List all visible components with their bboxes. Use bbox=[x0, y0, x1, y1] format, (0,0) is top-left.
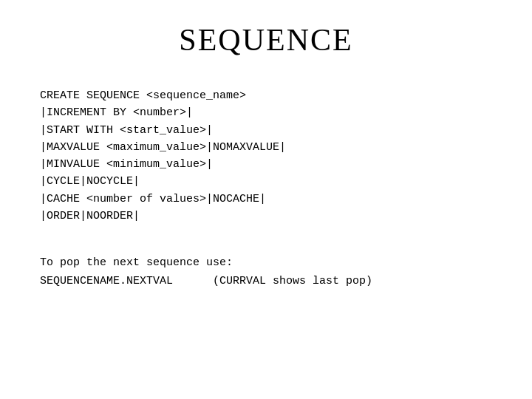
syntax-line-8: |ORDER|NOORDER| bbox=[40, 208, 492, 225]
syntax-line-7: |CACHE <number of values>|NOCACHE| bbox=[40, 191, 492, 208]
syntax-block: CREATE SEQUENCE <sequence_name> |INCREME… bbox=[40, 87, 492, 225]
syntax-line-1: CREATE SEQUENCE <sequence_name> bbox=[40, 87, 492, 104]
page: SEQUENCE CREATE SEQUENCE <sequence_name>… bbox=[0, 0, 532, 399]
description-line-1: To pop the next sequence use: bbox=[40, 254, 492, 273]
syntax-line-3: |START WITH <start_value>| bbox=[40, 122, 492, 139]
title-section: SEQUENCE bbox=[40, 22, 492, 58]
description-block: To pop the next sequence use: SEQUENCENA… bbox=[40, 254, 492, 291]
description-line-2: SEQUENCENAME.NEXTVAL (CURRVAL shows last… bbox=[40, 273, 492, 291]
syntax-line-2: |INCREMENT BY <number>| bbox=[40, 104, 492, 121]
syntax-line-4: |MAXVALUE <maximum_value>|NOMAXVALUE| bbox=[40, 139, 492, 156]
syntax-line-5: |MINVALUE <minimum_value>| bbox=[40, 156, 492, 173]
page-title: SEQUENCE bbox=[40, 22, 492, 58]
syntax-line-6: |CYCLE|NOCYCLE| bbox=[40, 173, 492, 190]
